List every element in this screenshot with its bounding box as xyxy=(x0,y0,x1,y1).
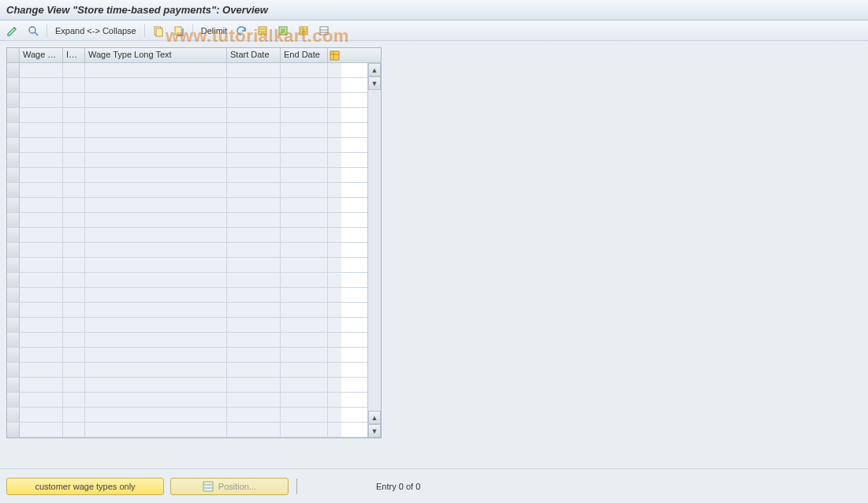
cell-start-date[interactable] xyxy=(227,243,281,257)
cell-long-text[interactable] xyxy=(85,378,227,392)
cell-long-text[interactable] xyxy=(85,333,227,347)
cell-end-date[interactable] xyxy=(281,408,328,422)
table-row[interactable] xyxy=(7,348,381,363)
cell-start-date[interactable] xyxy=(227,258,281,272)
cell-long-text[interactable] xyxy=(85,183,227,197)
table-row[interactable] xyxy=(7,198,381,213)
cell-end-date[interactable] xyxy=(281,213,328,227)
copy-as-icon[interactable] xyxy=(170,23,188,39)
cell-wage-type[interactable] xyxy=(20,378,63,392)
cell-long-text[interactable] xyxy=(85,393,227,407)
cell-long-text[interactable] xyxy=(85,273,227,287)
cell-wage-type[interactable] xyxy=(20,183,63,197)
col-header-end-date[interactable]: End Date xyxy=(281,48,328,62)
cell-end-date[interactable] xyxy=(281,228,328,242)
row-selector[interactable] xyxy=(7,138,20,152)
cell-end-date[interactable] xyxy=(281,243,328,257)
cell-start-date[interactable] xyxy=(227,228,281,242)
cell-info[interactable] xyxy=(63,258,85,272)
cell-wage-type[interactable] xyxy=(20,423,63,437)
cell-info[interactable] xyxy=(63,273,85,287)
cell-end-date[interactable] xyxy=(281,78,328,92)
row-selector[interactable] xyxy=(7,213,20,227)
table-row[interactable] xyxy=(7,183,381,198)
col-header-info[interactable]: Inf... xyxy=(63,48,85,62)
cell-end-date[interactable] xyxy=(281,108,328,122)
table-settings-icon[interactable] xyxy=(328,48,341,62)
cell-info[interactable] xyxy=(63,363,85,377)
row-selector[interactable] xyxy=(7,288,20,302)
cell-start-date[interactable] xyxy=(227,348,281,362)
cell-end-date[interactable] xyxy=(281,138,328,152)
find-icon[interactable] xyxy=(24,23,43,39)
cell-long-text[interactable] xyxy=(85,303,227,317)
col-header-start-date[interactable]: Start Date xyxy=(227,48,281,62)
cell-start-date[interactable] xyxy=(227,423,281,437)
cell-start-date[interactable] xyxy=(227,108,281,122)
cell-end-date[interactable] xyxy=(281,153,328,167)
scroll-down-icon[interactable]: ▼ xyxy=(368,424,381,438)
cell-wage-type[interactable] xyxy=(20,168,63,182)
cell-wage-type[interactable] xyxy=(20,228,63,242)
cell-start-date[interactable] xyxy=(227,333,281,347)
expand-collapse-button[interactable]: Expand <-> Collapse xyxy=(51,23,140,39)
table-row[interactable] xyxy=(7,228,381,243)
cell-start-date[interactable] xyxy=(227,168,281,182)
display-change-icon[interactable] xyxy=(3,23,22,39)
cell-info[interactable] xyxy=(63,153,85,167)
cell-info[interactable] xyxy=(63,288,85,302)
cell-info[interactable] xyxy=(63,198,85,212)
cell-end-date[interactable] xyxy=(281,63,328,77)
table-row[interactable] xyxy=(7,93,381,108)
cell-end-date[interactable] xyxy=(281,183,328,197)
cell-info[interactable] xyxy=(63,78,85,92)
position-button[interactable]: Position... xyxy=(170,478,289,495)
cell-end-date[interactable] xyxy=(281,318,328,332)
cell-info[interactable] xyxy=(63,228,85,242)
cell-info[interactable] xyxy=(63,168,85,182)
row-selector[interactable] xyxy=(7,153,20,167)
table-row[interactable] xyxy=(7,423,381,438)
col-header-wage-type[interactable]: Wage Ty... xyxy=(20,48,63,62)
row-selector[interactable] xyxy=(7,243,20,257)
row-selector[interactable] xyxy=(7,423,20,437)
row-selector[interactable] xyxy=(7,303,20,317)
cell-wage-type[interactable] xyxy=(20,363,63,377)
cell-long-text[interactable] xyxy=(85,348,227,362)
table-row[interactable] xyxy=(7,138,381,153)
table-row[interactable] xyxy=(7,333,381,348)
cell-long-text[interactable] xyxy=(85,108,227,122)
cell-start-date[interactable] xyxy=(227,213,281,227)
cell-start-date[interactable] xyxy=(227,363,281,377)
cell-wage-type[interactable] xyxy=(20,408,63,422)
cell-start-date[interactable] xyxy=(227,123,281,137)
table-row[interactable] xyxy=(7,273,381,288)
table-row[interactable] xyxy=(7,408,381,423)
cell-end-date[interactable] xyxy=(281,258,328,272)
scroll-track[interactable] xyxy=(368,90,381,411)
row-selector[interactable] xyxy=(7,228,20,242)
undo-icon[interactable] xyxy=(233,23,251,39)
cell-start-date[interactable] xyxy=(227,288,281,302)
cell-wage-type[interactable] xyxy=(20,78,63,92)
row-selector[interactable] xyxy=(7,123,20,137)
cell-info[interactable] xyxy=(63,408,85,422)
row-selector[interactable] xyxy=(7,348,20,362)
cell-long-text[interactable] xyxy=(85,78,227,92)
row-selector[interactable] xyxy=(7,93,20,107)
table-row[interactable] xyxy=(7,153,381,168)
table-row[interactable] xyxy=(7,243,381,258)
cell-start-date[interactable] xyxy=(227,138,281,152)
cell-info[interactable] xyxy=(63,423,85,437)
cell-long-text[interactable] xyxy=(85,123,227,137)
cell-long-text[interactable] xyxy=(85,228,227,242)
row-selector[interactable] xyxy=(7,198,20,212)
cell-long-text[interactable] xyxy=(85,198,227,212)
cell-long-text[interactable] xyxy=(85,363,227,377)
row-selector[interactable] xyxy=(7,378,20,392)
cell-end-date[interactable] xyxy=(281,303,328,317)
row-selector[interactable] xyxy=(7,318,20,332)
cell-info[interactable] xyxy=(63,138,85,152)
cell-wage-type[interactable] xyxy=(20,348,63,362)
table-row[interactable] xyxy=(7,258,381,273)
